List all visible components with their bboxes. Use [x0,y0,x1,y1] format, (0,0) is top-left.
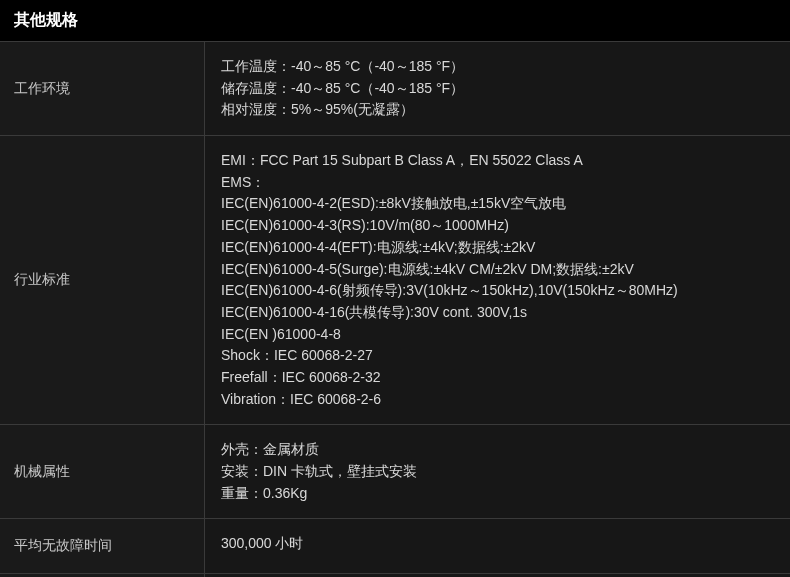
row-value-mechanical: 外壳：金属材质 安装：DIN 卡轨式，壁挂式安装 重量：0.36Kg [205,425,790,518]
value-line: IEC(EN )61000-4-8 [221,324,774,346]
table-row: 工作环境 工作温度：-40～85 °C（-40～185 °F） 储存温度：-40… [0,42,790,136]
value-line: EMI：FCC Part 15 Subpart B Class A，EN 550… [221,150,774,172]
value-line: 相对湿度：5%～95%(无凝露） [221,99,774,121]
value-line: EMS： [221,172,774,194]
value-line: IEC(EN)61000-4-3(RS):10V/m(80～1000MHz) [221,215,774,237]
row-value-mtbf: 300,000 小时 [205,519,790,573]
row-label-standards: 行业标准 [0,136,205,424]
value-line: 重量：0.36Kg [221,483,774,505]
row-value-standards: EMI：FCC Part 15 Subpart B Class A，EN 550… [205,136,790,424]
value-line: Freefall：IEC 60068-2-32 [221,367,774,389]
table-row: 平均无故障时间 300,000 小时 [0,519,790,574]
value-line: 安装：DIN 卡轨式，壁挂式安装 [221,461,774,483]
table-row: 行业标准 EMI：FCC Part 15 Subpart B Class A，E… [0,136,790,425]
row-value-environment: 工作温度：-40～85 °C（-40～185 °F） 储存温度：-40～85 °… [205,42,790,135]
row-label-mechanical: 机械属性 [0,425,205,518]
value-line: IEC(EN)61000-4-16(共模传导):30V cont. 300V,1… [221,302,774,324]
value-line: IEC(EN)61000-4-2(ESD):±8kV接触放电,±15kV空气放电 [221,193,774,215]
row-label-environment: 工作环境 [0,42,205,135]
table-row: 机械属性 外壳：金属材质 安装：DIN 卡轨式，壁挂式安装 重量：0.36Kg [0,425,790,519]
value-line: Vibration：IEC 60068-2-6 [221,389,774,411]
value-line: IEC(EN)61000-4-4(EFT):电源线:±4kV;数据线:±2kV [221,237,774,259]
spec-header: 其他规格 [0,0,790,42]
value-line: 300,000 小时 [221,533,774,555]
value-line: 储存温度：-40～85 °C（-40～185 °F） [221,78,774,100]
value-line: 工作温度：-40～85 °C（-40～185 °F） [221,56,774,78]
value-line: 外壳：金属材质 [221,439,774,461]
row-label-mtbf: 平均无故障时间 [0,519,205,573]
value-line: IEC(EN)61000-4-5(Surge):电源线:±4kV CM/±2kV… [221,259,774,281]
value-line: IEC(EN)61000-4-6(射频传导):3V(10kHz～150kHz),… [221,280,774,302]
spec-table: 其他规格 工作环境 工作温度：-40～85 °C（-40～185 °F） 储存温… [0,0,790,577]
value-line: Shock：IEC 60068-2-27 [221,345,774,367]
